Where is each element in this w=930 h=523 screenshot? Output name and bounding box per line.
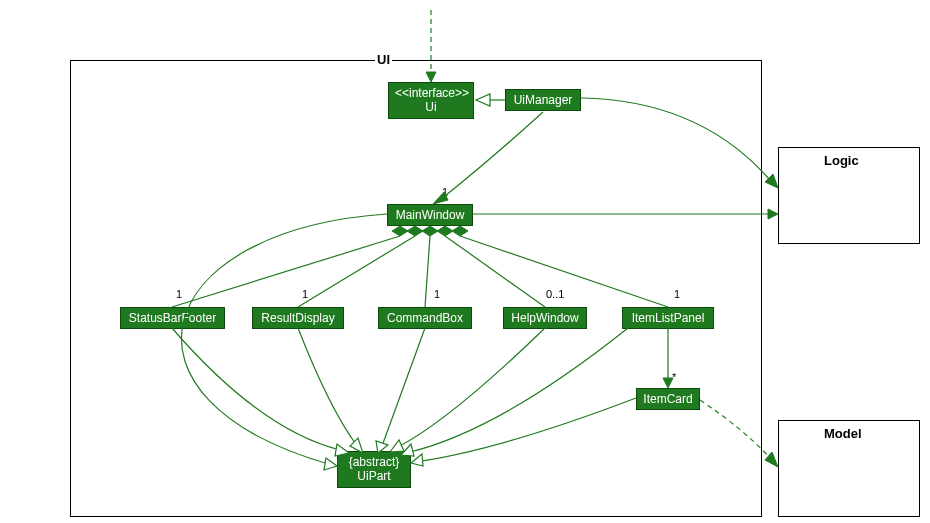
svg-marker-2	[433, 192, 448, 204]
svg-marker-8	[437, 226, 453, 236]
svg-marker-7	[422, 226, 438, 236]
svg-marker-13	[335, 444, 349, 456]
svg-marker-9	[452, 226, 468, 236]
svg-marker-6	[407, 226, 423, 236]
svg-marker-5	[392, 226, 408, 236]
svg-marker-4	[768, 209, 778, 219]
svg-marker-14	[350, 438, 363, 453]
svg-marker-1	[476, 94, 490, 106]
svg-marker-10	[663, 378, 673, 388]
svg-marker-0	[426, 72, 436, 82]
svg-marker-15	[376, 441, 388, 453]
svg-marker-11	[765, 452, 778, 467]
svg-marker-12	[324, 458, 337, 470]
edges-layer	[0, 0, 930, 523]
svg-marker-16	[390, 440, 404, 452]
